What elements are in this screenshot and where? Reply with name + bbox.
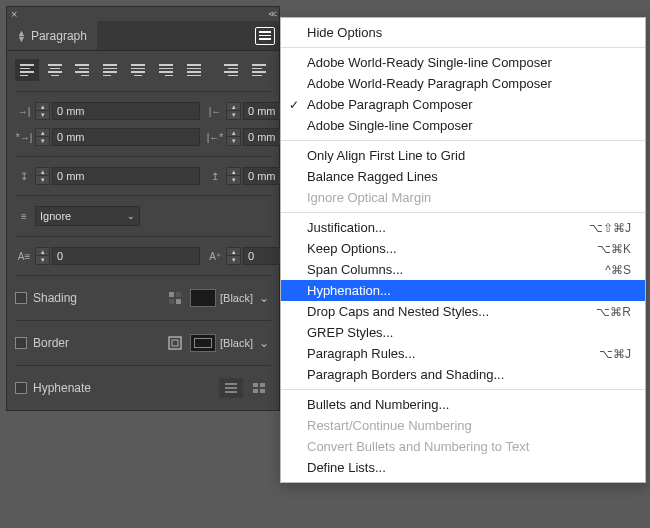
drop-cap-chars-icon: A⁺: [206, 247, 224, 265]
menu-item-label: Ignore Optical Margin: [307, 190, 431, 205]
alignment-row: [15, 59, 271, 81]
svg-rect-9: [253, 383, 258, 387]
border-color-label: [Black]: [220, 337, 253, 349]
justify-center-button[interactable]: [126, 59, 150, 81]
menu-item[interactable]: Balance Ragged Lines: [281, 166, 645, 187]
menu-item-label: Adobe Paragraph Composer: [307, 97, 473, 112]
space-before-input[interactable]: [52, 167, 200, 185]
svg-rect-11: [253, 389, 258, 393]
menu-item[interactable]: Adobe Single-line Composer: [281, 115, 645, 136]
svg-rect-1: [176, 292, 181, 297]
shading-icon[interactable]: [164, 288, 186, 308]
svg-rect-5: [172, 340, 178, 346]
stepper[interactable]: ▴▾: [226, 247, 241, 265]
menu-separator: [281, 140, 645, 141]
menu-item[interactable]: GREP Styles...: [281, 322, 645, 343]
menu-item[interactable]: Hyphenation...: [281, 280, 645, 301]
menu-separator: [281, 47, 645, 48]
justify-right-button[interactable]: [154, 59, 178, 81]
shading-color-swatch[interactable]: [190, 289, 216, 307]
indent-left-icon: →|: [15, 102, 33, 120]
menu-item-label: Drop Caps and Nested Styles...: [307, 304, 489, 319]
align-right-button[interactable]: [71, 59, 95, 81]
stepper[interactable]: ▴▾: [35, 102, 50, 120]
drop-lines-input[interactable]: [52, 247, 200, 265]
menu-item[interactable]: Bullets and Numbering...: [281, 394, 645, 415]
menu-item-label: Hide Options: [307, 25, 382, 40]
svg-rect-4: [169, 337, 181, 349]
menu-item-label: Convert Bullets and Numbering to Text: [307, 439, 529, 454]
hyphenate-label: Hyphenate: [33, 381, 91, 395]
tab-paragraph[interactable]: ▲▼ Paragraph: [7, 21, 97, 50]
menu-item[interactable]: Adobe World-Ready Paragraph Composer: [281, 73, 645, 94]
justify-left-button[interactable]: [98, 59, 122, 81]
menu-item-label: GREP Styles...: [307, 325, 393, 340]
shading-checkbox[interactable]: [15, 292, 27, 304]
panel-title: Paragraph: [31, 29, 87, 43]
menu-separator: [281, 212, 645, 213]
menu-item-label: Paragraph Borders and Shading...: [307, 367, 504, 382]
stepper[interactable]: ▴▾: [226, 102, 241, 120]
menu-shortcut: ^⌘S: [605, 263, 631, 277]
menu-separator: [281, 389, 645, 390]
border-color-dropdown[interactable]: ⌄: [257, 336, 271, 350]
border-color-swatch[interactable]: [190, 334, 216, 352]
align-left-button[interactable]: [15, 59, 39, 81]
space-after-icon: ↥: [206, 167, 224, 185]
menu-item[interactable]: Adobe World-Ready Single-line Composer: [281, 52, 645, 73]
align-toward-spine-button[interactable]: [219, 59, 243, 81]
menu-item-label: Justification...: [307, 220, 386, 235]
svg-rect-2: [169, 299, 174, 304]
panel-menu-button[interactable]: [255, 27, 275, 45]
menu-item: Restart/Continue Numbering: [281, 415, 645, 436]
menu-item[interactable]: Only Align First Line to Grid: [281, 145, 645, 166]
align-away-spine-button[interactable]: [247, 59, 271, 81]
menu-shortcut: ⌥⌘K: [597, 242, 631, 256]
menu-item[interactable]: Drop Caps and Nested Styles...⌥⌘R: [281, 301, 645, 322]
first-line-input[interactable]: [52, 128, 200, 146]
menu-item[interactable]: Define Lists...: [281, 457, 645, 478]
svg-rect-10: [260, 383, 265, 387]
grid-view-icon[interactable]: [247, 378, 271, 398]
svg-rect-3: [176, 299, 181, 304]
menu-item[interactable]: Justification...⌥⇧⌘J: [281, 217, 645, 238]
collapse-icon[interactable]: <<: [268, 9, 275, 19]
border-checkbox[interactable]: [15, 337, 27, 349]
list-view-icon[interactable]: [219, 378, 243, 398]
close-icon[interactable]: ×: [11, 8, 17, 20]
menu-item[interactable]: Paragraph Rules...⌥⌘J: [281, 343, 645, 364]
stepper[interactable]: ▴▾: [226, 128, 241, 146]
paragraph-panel: × << ▲▼ Paragraph →|▴▾ |←▴▾ *: [6, 6, 280, 411]
menu-item[interactable]: Adobe Paragraph Composer✓: [281, 94, 645, 115]
menu-item: Convert Bullets and Numbering to Text: [281, 436, 645, 457]
shading-color-dropdown[interactable]: ⌄: [257, 291, 271, 305]
menu-item-label: Hyphenation...: [307, 283, 391, 298]
menu-item[interactable]: Paragraph Borders and Shading...: [281, 364, 645, 385]
indent-right-icon: |←: [206, 102, 224, 120]
menu-shortcut: ⌥⌘J: [599, 347, 631, 361]
justify-all-button[interactable]: [182, 59, 206, 81]
stepper[interactable]: ▴▾: [226, 167, 241, 185]
align-to-grid-icon: ≡: [15, 207, 33, 225]
align-center-button[interactable]: [43, 59, 67, 81]
stepper[interactable]: ▴▾: [35, 128, 50, 146]
menu-shortcut: ⌥⇧⌘J: [589, 221, 631, 235]
menu-item-label: Balance Ragged Lines: [307, 169, 438, 184]
shading-color-label: [Black]: [220, 292, 253, 304]
drop-cap-lines-icon: A≡: [15, 247, 33, 265]
panel-flyout-menu: Hide OptionsAdobe World-Ready Single-lin…: [280, 17, 646, 483]
menu-item[interactable]: Span Columns...^⌘S: [281, 259, 645, 280]
stepper[interactable]: ▴▾: [35, 247, 50, 265]
menu-item-label: Restart/Continue Numbering: [307, 418, 472, 433]
border-icon[interactable]: [164, 333, 186, 353]
check-icon: ✓: [289, 98, 299, 112]
hyphenate-checkbox[interactable]: [15, 382, 27, 394]
menu-item-label: Only Align First Line to Grid: [307, 148, 465, 163]
indent-left-input[interactable]: [52, 102, 200, 120]
menu-item[interactable]: Keep Options...⌥⌘K: [281, 238, 645, 259]
align-grid-select[interactable]: Ignore⌄: [35, 206, 140, 226]
stepper[interactable]: ▴▾: [35, 167, 50, 185]
first-line-indent-icon: *→|: [15, 128, 33, 146]
menu-item-label: Bullets and Numbering...: [307, 397, 449, 412]
menu-item[interactable]: Hide Options: [281, 22, 645, 43]
